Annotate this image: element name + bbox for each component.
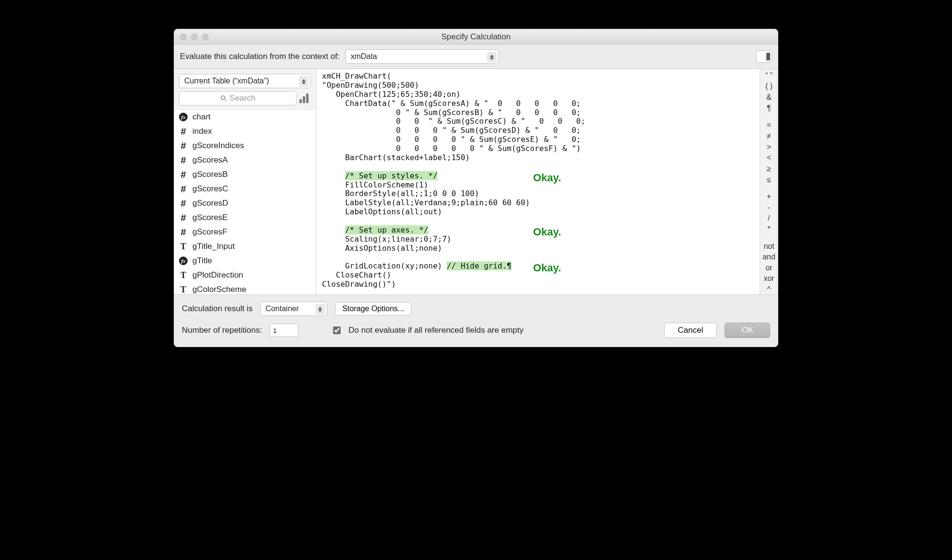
field-name: gScoresE	[192, 213, 228, 222]
list-item[interactable]: fxgTitle	[174, 254, 316, 268]
search-icon	[220, 95, 227, 102]
operator-button[interactable]: <	[760, 153, 778, 163]
list-item[interactable]: #gScoresE	[174, 210, 316, 225]
number-icon: #	[179, 228, 188, 236]
chevron-updown-icon	[487, 52, 497, 62]
table-select[interactable]: Current Table (“xmData”)	[179, 74, 311, 88]
footer: Calculation result is Container Storage …	[174, 294, 778, 347]
window-title: Specify Calculation	[174, 32, 778, 42]
field-name: gTitle	[192, 256, 212, 266]
field-name: gScoreIndices	[192, 141, 244, 151]
number-icon: #	[179, 199, 188, 208]
search-placeholder: Search	[230, 93, 256, 103]
operator-button[interactable]: =	[760, 120, 778, 130]
ok-button[interactable]: OK	[725, 323, 770, 338]
toolbar: Evaluate this calculation from the conte…	[174, 45, 778, 69]
number-icon: #	[179, 141, 188, 150]
reps-input[interactable]	[270, 324, 298, 337]
operator-button[interactable]: ( )	[760, 82, 778, 92]
list-item[interactable]: #gScoresD	[174, 196, 316, 210]
field-name: gTitle_Input	[192, 242, 235, 251]
editor-wrap: xmCH_DrawChart("OpenDrawing(500;500) Ope…	[316, 69, 778, 294]
checkbox-label: Do not evaluate if all referenced fields…	[348, 326, 524, 335]
field-name: gPlotDirection	[192, 270, 243, 280]
field-list[interactable]: fxchart#index#gScoreIndices#gScoresA#gSc…	[174, 109, 316, 294]
dialog-body: Current Table (“xmData”) Search fxchart#…	[174, 69, 778, 294]
context-select[interactable]: xmData	[345, 49, 499, 64]
field-name: gScoresB	[192, 170, 228, 179]
operator-button[interactable]: +	[760, 192, 778, 201]
number-icon: #	[179, 156, 188, 164]
operator-button[interactable]: ≠	[760, 131, 778, 141]
list-item[interactable]: #gScoreIndices	[174, 139, 316, 153]
titlebar: Specify Calculation	[174, 29, 778, 45]
context-value: xmData	[351, 52, 377, 61]
calculation-editor[interactable]: xmCH_DrawChart("OpenDrawing(500;500) Ope…	[316, 69, 760, 294]
operator-button[interactable]: ^	[760, 285, 778, 294]
text-icon: T	[179, 242, 188, 251]
text-icon: T	[179, 285, 188, 294]
storage-options-button[interactable]: Storage Options...	[335, 302, 411, 315]
list-item[interactable]: #gScoresA	[174, 153, 316, 167]
operator-panel: “ ”( )&¶=≠><≥≤+-/*notandorxor^	[760, 69, 778, 294]
operator-button[interactable]: or	[760, 263, 778, 273]
list-item[interactable]: TgColorScheme	[174, 282, 316, 294]
cancel-button[interactable]: Cancel	[664, 323, 717, 338]
list-item[interactable]: TgPlotDirection	[174, 268, 316, 282]
search-input[interactable]: Search	[179, 91, 297, 105]
list-item[interactable]: #gScoresC	[174, 182, 316, 196]
number-icon: #	[179, 213, 188, 222]
dialog-window: Specify Calculation Evaluate this calcul…	[174, 29, 778, 347]
sidebar: Current Table (“xmData”) Search fxchart#…	[174, 69, 316, 294]
operator-button[interactable]: xor	[760, 274, 778, 284]
list-item[interactable]: #gScoresB	[174, 167, 316, 182]
result-type-value: Container	[265, 304, 298, 313]
context-label: Evaluate this calculation from the conte…	[180, 52, 340, 61]
operator-button[interactable]: “ ”	[760, 71, 778, 81]
do-not-evaluate-checkbox[interactable]	[333, 327, 341, 334]
number-icon: #	[179, 185, 188, 193]
list-item[interactable]: fxchart	[174, 110, 316, 124]
result-label: Calculation result is	[182, 304, 252, 314]
sort-icon[interactable]	[299, 93, 311, 103]
chevron-updown-icon	[315, 304, 325, 315]
number-icon: #	[179, 127, 188, 136]
list-item[interactable]: #index	[174, 124, 316, 139]
chevron-updown-icon	[299, 76, 309, 87]
text-icon: T	[179, 271, 188, 280]
reps-label: Number of repetitions:	[182, 326, 262, 335]
field-name: gScoresF	[192, 227, 227, 237]
panel-icon	[766, 53, 770, 60]
field-name: gColorScheme	[192, 285, 246, 294]
operator-button[interactable]: and	[760, 252, 778, 262]
toggle-panel-button[interactable]	[756, 50, 772, 63]
operator-button[interactable]: -	[760, 203, 778, 212]
operator-button[interactable]: *	[760, 224, 778, 234]
list-item[interactable]: #gScoresF	[174, 225, 316, 239]
field-name: chart	[192, 112, 211, 122]
result-type-select[interactable]: Container	[260, 302, 327, 316]
list-item[interactable]: TgTitle_Input	[174, 239, 316, 254]
operator-button[interactable]: not	[760, 242, 778, 251]
operator-button[interactable]: ≤	[760, 175, 778, 185]
field-name: gScoresA	[192, 155, 228, 165]
table-select-value: Current Table (“xmData”)	[184, 77, 269, 85]
operator-button[interactable]: /	[760, 214, 778, 223]
field-name: gScoresC	[192, 184, 228, 194]
number-icon: #	[179, 170, 188, 179]
operator-button[interactable]: ≥	[760, 164, 778, 174]
operator-button[interactable]: ¶	[760, 104, 778, 113]
field-name: gScoresD	[192, 198, 228, 208]
operator-button[interactable]: >	[760, 142, 778, 152]
fx-icon: fx	[179, 113, 188, 121]
fx-icon: fx	[179, 257, 188, 265]
operator-button[interactable]: &	[760, 93, 778, 102]
field-name: index	[192, 127, 212, 136]
